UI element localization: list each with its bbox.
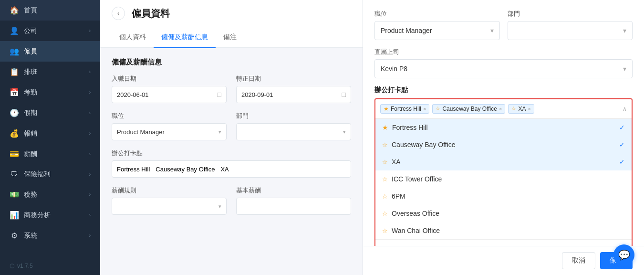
sidebar-item-home[interactable]: 🏠 首頁 [0, 0, 100, 21]
office-option-label: Overseas Office [392, 210, 439, 217]
remove-tag-icon[interactable]: × [423, 106, 426, 112]
sidebar-item-label: 報銷 [24, 129, 84, 138]
remove-tag-icon[interactable]: × [499, 106, 502, 112]
tax-icon: 💵 [10, 190, 19, 199]
position-select[interactable]: Product Manager ▾ [112, 123, 227, 140]
office-tag-fortress: Fortress Hill [117, 166, 150, 173]
sidebar-item-label: 系統 [24, 232, 84, 240]
back-button[interactable]: ‹ [112, 7, 125, 20]
star-empty-icon: ☆ [382, 159, 388, 166]
chevron-down-icon: ▾ [343, 129, 346, 135]
sidebar-item-tax[interactable]: 💵 稅務 › [0, 184, 100, 205]
sidebar-item-settings[interactable]: ⚙ 系統 › [0, 225, 100, 246]
department-group: 部門 ▾ [236, 112, 351, 140]
chevron-icon: › [89, 212, 91, 218]
sidebar-item-employee[interactable]: 👥 僱員 [0, 41, 100, 62]
right-panel-content: 職位 Product Manager ▾ 部門 ▾ 直屬上司 Kevin P8 … [363, 0, 644, 246]
star-empty-icon: ☆ [382, 176, 388, 183]
sidebar-item-label: 僱員 [24, 47, 91, 56]
shift-icon: 📋 [10, 67, 19, 76]
sidebar-item-analytics[interactable]: 📊 商務分析 › [0, 205, 100, 225]
version-logo: ⬡ [10, 263, 14, 269]
check-icon: ✓ [619, 158, 625, 166]
star-empty-icon: ☆ [382, 210, 388, 217]
confirm-date-group: 轉正日期 2020-09-01 □ [236, 74, 351, 103]
rp-supervisor-select[interactable]: Kevin P8 ▾ [374, 59, 633, 78]
department-label: 部門 [236, 112, 351, 120]
chevron-icon: › [89, 131, 91, 136]
office-dropdown: ★ Fortress Hill ✓ ☆ Causeway Bay Office … [375, 118, 632, 246]
tab-personal[interactable]: 個人資料 [112, 27, 154, 48]
office-option-icc[interactable]: ☆ ICC Tower Office [375, 170, 632, 188]
office-option-label: ICC Tower Office [392, 175, 442, 183]
department-select[interactable]: ▾ [236, 123, 351, 140]
sidebar-item-label: 公司 [24, 27, 84, 35]
rp-position-col: 職位 Product Manager ▾ [374, 10, 500, 40]
join-date-input[interactable]: 2020-06-01 □ [112, 86, 227, 103]
sidebar-item-shift[interactable]: 📋 排班 › [0, 62, 100, 82]
chevron-icon: › [89, 151, 91, 157]
rp-position-row: 職位 Product Manager ▾ 部門 ▾ [374, 10, 633, 40]
office-option-6pm[interactable]: ☆ 6PM [375, 188, 632, 205]
salary-rule-label: 薪酬規則 [112, 186, 227, 195]
sidebar-item-label: 排班 [24, 68, 84, 76]
pagination: 1/1 (7/7) [375, 239, 632, 246]
section-title: 僱傭及薪酬信息 [112, 58, 351, 67]
office-tags-field[interactable]: Fortress Hill Causeway Bay Office XA [112, 160, 351, 178]
salary-row: 薪酬規則 ▾ 基本薪酬 [112, 186, 351, 215]
office-option-overseas[interactable]: ☆ Overseas Office [375, 205, 632, 222]
tag-label: Fortress Hill [391, 106, 421, 112]
chevron-up-icon[interactable]: ∧ [623, 106, 627, 112]
sidebar-item-label: 稅務 [24, 190, 84, 199]
sidebar-item-leave[interactable]: 🕐 假期 › [0, 103, 100, 123]
office-option-label: Wan Chai Office [392, 227, 440, 234]
office-option-fortress[interactable]: ★ Fortress Hill ✓ [375, 119, 632, 136]
employee-icon: 👥 [10, 47, 19, 56]
tab-employment[interactable]: 僱傭及薪酬信息 [154, 27, 216, 48]
office-selector-box: ★ Fortress Hill × ☆ Causeway Bay Office … [374, 98, 633, 246]
tag-label: XA [518, 106, 526, 112]
base-salary-input[interactable] [236, 198, 351, 215]
star-filled-icon: ★ [384, 106, 389, 112]
sidebar-item-attendance[interactable]: 📅 考勤 › [0, 82, 100, 103]
calendar-icon: □ [342, 91, 346, 98]
chat-icon: 💬 [618, 249, 630, 261]
tabs-bar: 個人資料 僱傭及薪酬信息 備注 [100, 27, 363, 48]
sidebar-item-expense[interactable]: 💰 報銷 › [0, 123, 100, 144]
rp-department-col: 部門 ▾ [508, 10, 633, 40]
rp-department-select[interactable]: ▾ [508, 21, 633, 40]
office-option-label: Causeway Bay Office [392, 141, 456, 148]
main-content: ‹ 僱員資料 個人資料 僱傭及薪酬信息 備注 僱傭及薪酬信息 入職日期 2020… [100, 0, 363, 275]
tab-notes[interactable]: 備注 [216, 27, 244, 48]
chevron-icon: › [89, 90, 91, 95]
rp-supervisor-section: 直屬上司 Kevin P8 ▾ [374, 48, 633, 78]
sidebar-item-insurance[interactable]: 🛡 保險福利 › [0, 164, 100, 184]
office-option-causeway[interactable]: ☆ Causeway Bay Office ✓ [375, 136, 632, 153]
office-option-wanchai[interactable]: ☆ Wan Chai Office [375, 222, 632, 239]
chevron-icon: › [89, 172, 91, 177]
cancel-button[interactable]: 取消 [562, 252, 595, 269]
chevron-icon: › [89, 110, 91, 116]
rp-office-label: 辦公打卡點 [374, 86, 633, 95]
star-filled-icon: ★ [382, 124, 388, 131]
sidebar-item-company[interactable]: 👤 公司 › [0, 21, 100, 41]
salary-icon: 💳 [10, 149, 19, 159]
office-selected-tags[interactable]: ★ Fortress Hill × ☆ Causeway Bay Office … [375, 99, 632, 118]
chevron-icon: › [89, 69, 91, 74]
right-panel: 職位 Product Manager ▾ 部門 ▾ 直屬上司 Kevin P8 … [363, 0, 644, 275]
chat-button[interactable]: 💬 [613, 244, 634, 265]
rp-position-select[interactable]: Product Manager ▾ [374, 21, 500, 40]
salary-rule-select[interactable]: ▾ [112, 198, 227, 215]
home-icon: 🏠 [10, 6, 19, 15]
company-icon: 👤 [10, 26, 19, 35]
page-header: ‹ 僱員資料 [100, 0, 363, 27]
office-option-xa[interactable]: ☆ XA ✓ [375, 153, 632, 170]
confirm-date-input[interactable]: 2020-09-01 □ [236, 86, 351, 103]
sidebar-item-label: 考勤 [24, 88, 84, 97]
settings-icon: ⚙ [10, 231, 19, 240]
rp-supervisor-label: 直屬上司 [374, 48, 633, 56]
sidebar: 🏠 首頁 👤 公司 › 👥 僱員 📋 排班 › 📅 考勤 › 🕐 假期 › 💰 … [0, 0, 100, 275]
join-date-group: 入職日期 2020-06-01 □ [112, 74, 227, 103]
sidebar-item-salary[interactable]: 💳 薪酬 › [0, 144, 100, 164]
remove-tag-icon[interactable]: × [528, 106, 530, 112]
